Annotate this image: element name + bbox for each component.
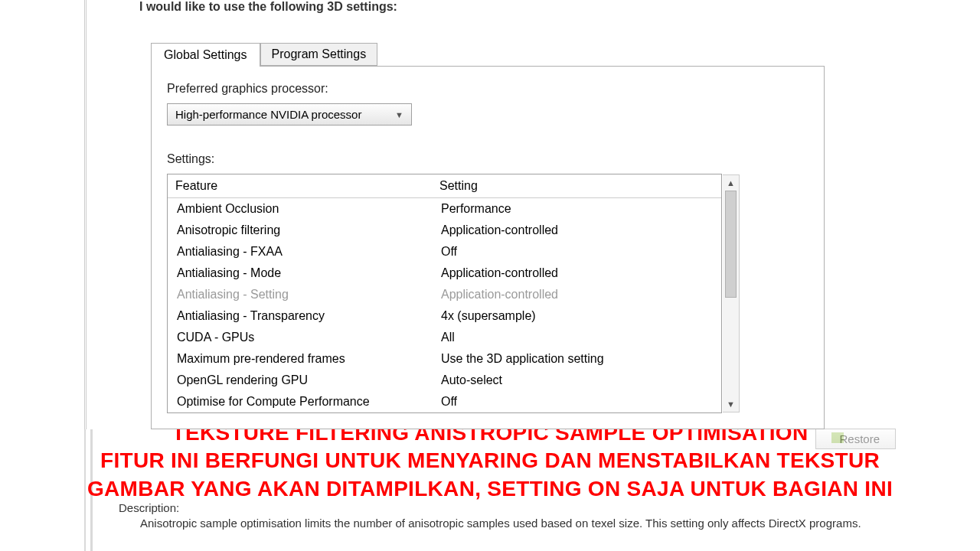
tab-bar: Global Settings Program Settings (151, 41, 980, 66)
description-label: Description: (119, 501, 884, 514)
tab-global-settings[interactable]: Global Settings (151, 43, 260, 67)
scrollbar[interactable]: ▲ ▼ (723, 174, 740, 412)
gpu-label: Preferred graphics processor: (167, 82, 808, 96)
overlay-line: GAMBAR YANG AKAN DITAMPILKAN, SETTING ON… (0, 475, 980, 503)
gpu-select-value: High-performance NVIDIA processor (175, 108, 361, 121)
setting-cell: All (432, 327, 721, 348)
table-row[interactable]: OpenGL rendering GPUAuto-select (168, 370, 721, 391)
feature-cell: Antialiasing - Mode (168, 262, 432, 284)
setting-cell: Off (432, 241, 721, 262)
feature-cell: Anisotropic filtering (168, 220, 432, 241)
feature-cell: Antialiasing - Transparency (168, 305, 432, 327)
feature-cell: Maximum pre-rendered frames (168, 348, 432, 370)
overlay-caption: TEKSTURE FILTERING ANISTROPIC SAMPLE OPT… (0, 419, 980, 503)
settings-label: Settings: (167, 152, 808, 166)
scroll-up-icon[interactable]: ▲ (723, 175, 739, 191)
table-row[interactable]: Antialiasing - ModeApplication-controlle… (168, 262, 721, 284)
setting-cell: Application-controlled (432, 262, 721, 284)
scroll-thumb[interactable] (725, 191, 737, 298)
setting-cell: 4x (supersample) (432, 305, 721, 327)
table-row[interactable]: CUDA - GPUsAll (168, 327, 721, 348)
table-row[interactable]: Antialiasing - Transparency4x (supersamp… (168, 305, 721, 327)
gpu-select[interactable]: High-performance NVIDIA processor ▼ (167, 103, 412, 126)
feature-cell: Ambient Occlusion (168, 198, 432, 220)
column-setting: Setting (432, 174, 721, 197)
section-title: I would like to use the following 3D set… (139, 0, 980, 14)
setting-cell: Performance (432, 198, 721, 220)
setting-cell: Application-controlled (432, 284, 721, 305)
scroll-down-icon[interactable]: ▼ (723, 396, 739, 412)
table-row[interactable]: Anisotropic filteringApplication-control… (168, 220, 721, 241)
table-row[interactable]: Optimise for Compute PerformanceOff (168, 391, 721, 409)
table-row[interactable]: Antialiasing - FXAAOff (168, 241, 721, 262)
table-row[interactable]: Antialiasing - SettingApplication-contro… (168, 284, 721, 305)
column-feature: Feature (168, 174, 432, 197)
feature-cell: CUDA - GPUs (168, 327, 432, 348)
table-row[interactable]: Ambient OcclusionPerformance (168, 198, 721, 220)
feature-cell: Optimise for Compute Performance (168, 391, 432, 409)
setting-cell: Application-controlled (432, 220, 721, 241)
feature-cell: OpenGL rendering GPU (168, 370, 432, 391)
setting-cell: Off (432, 391, 721, 409)
feature-cell: Antialiasing - FXAA (168, 241, 432, 262)
settings-table: Feature Setting Ambient OcclusionPerform… (167, 174, 722, 413)
setting-cell: Auto-select (432, 370, 721, 391)
feature-cell: Antialiasing - Setting (168, 284, 432, 305)
table-row[interactable]: Maximum pre-rendered framesUse the 3D ap… (168, 348, 721, 370)
setting-cell: Use the 3D application setting (432, 348, 721, 370)
settings-panel: Preferred graphics processor: High-perfo… (151, 66, 825, 429)
chevron-down-icon: ▼ (395, 110, 403, 119)
overlay-line: FITUR INI BERFUNGI UNTUK MENYARING DAN M… (0, 447, 980, 474)
description-text: Anisotropic sample optimisation limits t… (140, 517, 884, 530)
tab-program-settings[interactable]: Program Settings (260, 43, 378, 66)
